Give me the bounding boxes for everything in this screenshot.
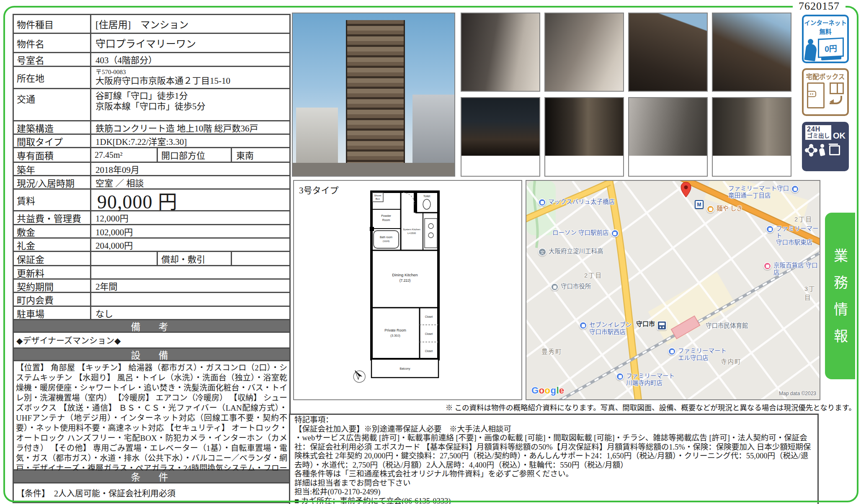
arrow-icon <box>830 99 834 104</box>
badge-title: 24H ゴミ出し <box>805 125 831 140</box>
equipment-content: 【位置】 角部屋 【キッチン】 給湯器（都市ガス）・ガスコンロ（2口）・システム… <box>14 361 289 469</box>
section-header-equipment: 設 備 <box>14 349 289 361</box>
property-sheet: 7620157 物件種目 [住居用] マンション 物件名 守口プライマリーワン … <box>0 0 861 504</box>
equipment-row: 【位置】 角部屋 【キッチン】 給湯器（都市ガス）・ガスコンロ（2口）・システム… <box>14 361 289 471</box>
person-icon <box>804 43 817 61</box>
room-label: Closet <box>425 332 433 335</box>
access-line: 京阪本線「守口市」徒歩5分 <box>95 101 206 112</box>
row-value: 〒570-0083 大阪府守口市京阪本通２丁目15-10 <box>91 67 289 88</box>
table-row: 契約期間 2年間 <box>14 280 289 293</box>
photo-building-exterior <box>292 13 455 177</box>
convenience-store-icon <box>766 225 774 233</box>
poi-familymart-el: ファミリーマート エル守口店 <box>668 347 727 361</box>
floorplan-panel: 3号タイプ Shoes Box <box>293 180 522 400</box>
restaurant-icon <box>706 205 714 213</box>
floorplan-drawing: Shoes Box Powder Room Bath room (1116) T… <box>342 188 472 389</box>
row-label: 交通 <box>14 89 91 120</box>
table-row: 保証金 償却・敷引 <box>14 252 289 266</box>
district-label: 寺内町 <box>721 357 742 365</box>
delivery-box-icon <box>804 81 847 111</box>
table-row: 敷金 102,000円 <box>14 225 289 239</box>
row-label: 物件種目 <box>14 15 91 33</box>
map-attribution: Map data ©2023 <box>779 391 816 396</box>
photo-living-room <box>461 13 540 92</box>
row-value: 102,000円 <box>91 225 289 237</box>
row-value: 鉄筋コンクリート造 地上10階 総戸数36戸 <box>91 121 289 134</box>
photo-texture <box>293 163 454 176</box>
convenience-store-icon <box>611 229 619 237</box>
photo-balcony-corner <box>712 13 791 92</box>
poi-city-gymnasium: 守口市民体育館 <box>706 322 748 329</box>
room-label: Closet <box>425 350 433 352</box>
remarks-content: ◆デザイナーズマンション◆ <box>14 333 289 349</box>
section-header-remarks: 備 考 <box>14 320 289 333</box>
special-notes-box: 特記事項： 【保証会社加入要】※別途連帯保証人必要 ※大手法人相談可 ・webサ… <box>289 414 819 504</box>
convenience-store-icon <box>791 185 799 193</box>
row-label: 契約期間 <box>14 280 91 292</box>
row-label: 専有面積 <box>14 148 91 162</box>
row-label: 賃料 <box>14 190 91 210</box>
photo-texture <box>629 13 707 91</box>
row-value: 谷町線「守口」徒歩1分 京阪本線「守口市」徒歩5分 <box>91 89 289 120</box>
photo-bedroom <box>544 13 624 92</box>
notes-line: 詳細は担当者までお問合せ下さい <box>294 479 813 488</box>
photo-texture <box>461 98 539 156</box>
department-store-icon <box>763 262 771 270</box>
notes-body: ・webサービス広告掲載 [許可]・転載事前連絡 [不要]・画像の転載 [可能]… <box>294 434 813 470</box>
keypad-icon <box>807 91 816 97</box>
table-row: 町内会費 <box>14 293 289 307</box>
room-label: Box <box>376 198 380 200</box>
deposit-value <box>91 252 158 265</box>
photo-texture <box>545 98 623 156</box>
row-value <box>91 266 289 278</box>
badge-title: インターネット無料 <box>804 18 847 36</box>
poi-yodogawa-tech-school: 文 大阪府立淀川工科高 <box>538 248 603 256</box>
sub-label: 償却・敷引 <box>158 252 232 265</box>
room-label: Shoes <box>374 194 381 197</box>
photo-elevator-hall <box>628 97 708 177</box>
room-label: (3.30J) <box>390 334 400 337</box>
photo-texture <box>713 13 791 91</box>
row-label: 共益費・管理費 <box>14 211 91 224</box>
poi-lawson: ローソン 守口駅前店 <box>552 229 619 237</box>
room-label: Private Room <box>384 328 406 332</box>
city-hall-icon <box>551 283 559 291</box>
row-value: 1DK[DK:7.22/洋室:3.30] <box>91 135 289 147</box>
table-row: 物件名 守口プライマリーワン <box>14 34 289 53</box>
property-table: 物件種目 [住居用] マンション 物件名 守口プライマリーワン 号室名 403（… <box>13 14 291 503</box>
table-row: 駐車場 なし <box>14 307 289 320</box>
poi-seveneleven-nishi: セブンイレブン 守口市駅西店 <box>579 321 632 335</box>
row-value <box>91 293 289 306</box>
row-value: 守口プライマリーワン <box>91 34 289 52</box>
rent-value: 90,000 円 <box>91 190 289 210</box>
parcel-icon <box>830 82 844 94</box>
notes-line: 【保証会社加入要】※別途連帯保証人必要 ※大手法人相談可 <box>294 425 813 434</box>
room-label: System Kitchen <box>403 228 420 231</box>
district-label: 2丁目 <box>584 270 602 279</box>
row-value: 204,000円 <box>91 239 289 251</box>
section-header-conditions: 条 件 <box>14 471 289 483</box>
access-line: 谷町線「守口」徒歩1分 <box>95 91 206 101</box>
photo-corridor <box>712 97 791 177</box>
row-label: 保証金 <box>14 252 91 265</box>
table-row: 所在地 〒570-0083 大阪府守口市京阪本通２丁目15-10 <box>14 67 289 89</box>
room-label: Balcony <box>400 367 410 370</box>
convenience-store-icon <box>668 347 676 355</box>
poi-moriguchishi-station: 守口市 <box>636 321 667 330</box>
poi-menya-shiki: 麺や しき <box>706 205 742 213</box>
row-label: 所在地 <box>14 67 91 88</box>
table-row: 交通 谷町線「守口」徒歩1分 京阪本線「守口市」徒歩5分 <box>14 89 289 121</box>
table-row: 間取タイプ 1DK[DK:7.22/洋室:3.30] <box>14 135 289 148</box>
row-label: 建築構造 <box>14 121 91 134</box>
table-row: 号室名 403（4階部分） <box>14 53 289 67</box>
table-row: 築年 2018年09月 <box>14 163 289 176</box>
floorplan-type-label: 3号タイプ <box>299 183 339 196</box>
screen-base-icon <box>821 56 841 61</box>
table-row: 共益費・管理費 12,000円 <box>14 211 289 225</box>
sun-icon <box>807 147 815 154</box>
garbage-icons <box>803 141 848 157</box>
row-label: 間取タイプ <box>14 135 91 147</box>
photo-night-exterior <box>461 97 540 177</box>
table-row: 建築構造 鉄筋コンクリート造 地上10階 総戸数36戸 <box>14 121 289 135</box>
poi-familymart-higashi: ファミリーマート 守口市駅東店 <box>766 225 820 246</box>
